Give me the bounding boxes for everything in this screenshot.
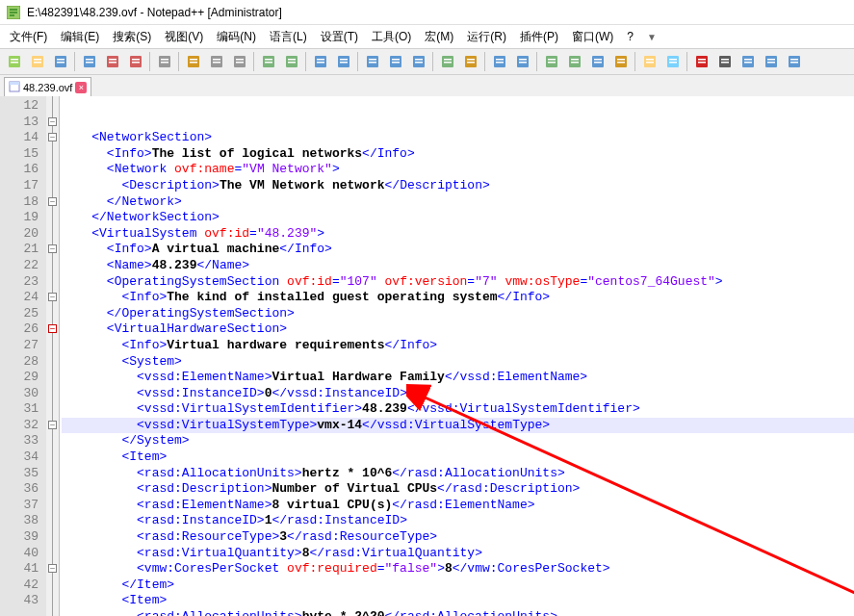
- code-line[interactable]: <Description>The VM Network network</Des…: [62, 178, 854, 194]
- menu-item[interactable]: 文件(F): [4, 27, 53, 47]
- zoomin-icon[interactable]: [362, 52, 382, 72]
- copy-icon[interactable]: [206, 52, 226, 72]
- code-line[interactable]: <vssd:VirtualSystemIdentifier>48.239</vs…: [62, 401, 854, 418]
- line-number: 17: [0, 178, 39, 194]
- fold-margin[interactable]: [46, 96, 60, 616]
- code-line[interactable]: <NetworkSection>: [62, 130, 854, 146]
- uncomment-icon[interactable]: [564, 52, 584, 72]
- menu-item[interactable]: 设置(T): [315, 27, 364, 47]
- code-line[interactable]: <rasd:Description>Number of Virtual CPUs…: [62, 481, 854, 498]
- folder-icon[interactable]: [639, 52, 660, 72]
- code-line[interactable]: </Item>: [62, 578, 854, 594]
- map-icon[interactable]: [610, 52, 631, 72]
- menu-item[interactable]: 搜索(S): [107, 27, 157, 47]
- menu-item[interactable]: 插件(P): [514, 27, 564, 47]
- fold-toggle[interactable]: [48, 421, 57, 429]
- undo-icon[interactable]: [258, 52, 278, 72]
- fold-toggle[interactable]: [48, 117, 57, 126]
- code-line[interactable]: <Info>The list of logical networks</Info…: [62, 146, 854, 163]
- functionlist-icon[interactable]: [587, 52, 608, 72]
- menu-item[interactable]: ?: [621, 28, 639, 45]
- code-line[interactable]: </NetworkSection>: [62, 210, 854, 226]
- menu-item[interactable]: 运行(R): [461, 27, 512, 47]
- code-line[interactable]: <Info>A virtual machine</Info>: [62, 242, 854, 258]
- code-line[interactable]: <rasd:InstanceID>1</rasd:InstanceID>: [62, 513, 854, 529]
- menu-item[interactable]: 视图(V): [159, 27, 209, 47]
- close-icon[interactable]: [102, 52, 122, 72]
- code-line[interactable]: <rasd:AllocationUnits>hertz * 10^6</rasd…: [62, 466, 854, 482]
- print-icon[interactable]: [154, 52, 174, 72]
- svg-rect-71: [594, 59, 602, 61]
- code-line[interactable]: <rasd:VirtualQuantity>8</rasd:VirtualQua…: [62, 546, 854, 562]
- menu-item[interactable]: 宏(M): [419, 27, 459, 47]
- svg-rect-75: [617, 62, 625, 64]
- code-line[interactable]: <OperatingSystemSection ovf:id="107" ovf…: [62, 274, 854, 291]
- line-number: 31: [0, 401, 39, 418]
- code-line[interactable]: <Info>Virtual hardware requirements</Inf…: [62, 338, 854, 354]
- showall-icon[interactable]: [460, 52, 480, 72]
- indent-icon[interactable]: [489, 52, 509, 72]
- code-line[interactable]: </Network>: [62, 194, 854, 211]
- find-icon[interactable]: [310, 52, 330, 72]
- redo-icon[interactable]: [281, 52, 301, 72]
- menu-item[interactable]: 工具(O): [366, 27, 417, 47]
- playmulti-icon[interactable]: [761, 52, 781, 72]
- new-icon[interactable]: [4, 52, 24, 72]
- zoomout-icon[interactable]: [385, 52, 405, 72]
- code-line[interactable]: <Name>48.239</Name>: [62, 258, 854, 274]
- fold-toggle[interactable]: [48, 293, 57, 301]
- record-icon[interactable]: [691, 52, 712, 72]
- wrap-icon[interactable]: [437, 52, 457, 72]
- code-line[interactable]: </OperatingSystemSection>: [62, 306, 854, 322]
- code-line[interactable]: <Info>The kind of installed guest operat…: [62, 290, 854, 306]
- fold-toggle[interactable]: [48, 197, 57, 206]
- menu-item[interactable]: 语言(L): [264, 27, 313, 47]
- code-line[interactable]: <vssd:InstanceID>0</vssd:InstanceID>: [62, 386, 854, 402]
- code-line[interactable]: <rasd:ElementName>8 virtual CPU(s)</rasd…: [62, 498, 854, 514]
- code-line[interactable]: <VirtualHardwareSection>: [62, 321, 854, 338]
- closeall-icon[interactable]: [125, 52, 145, 72]
- language-icon[interactable]: [512, 52, 532, 72]
- code-line[interactable]: <Item>: [62, 449, 854, 466]
- fold-toggle[interactable]: [48, 564, 57, 573]
- replace-icon[interactable]: [333, 52, 353, 72]
- saveall-icon[interactable]: [79, 52, 99, 72]
- code-line[interactable]: <System>: [62, 354, 854, 371]
- svg-rect-51: [415, 62, 423, 64]
- comment-icon[interactable]: [541, 52, 561, 72]
- svg-rect-9: [57, 62, 65, 64]
- code-area[interactable]: <NetworkSection> <Info>The list of logic…: [60, 96, 854, 616]
- code-line[interactable]: <rasd:ResourceType>3</rasd:ResourceType>: [62, 529, 854, 546]
- cut-icon[interactable]: [183, 52, 203, 72]
- fold-toggle[interactable]: [48, 244, 57, 253]
- line-number: 19: [0, 210, 39, 226]
- menu-item[interactable]: 窗口(W): [566, 27, 619, 47]
- code-line[interactable]: <VirtualSystem ovf:id="48.239">: [62, 226, 854, 243]
- savemacro-icon[interactable]: [784, 52, 804, 72]
- editor[interactable]: 1213141516171819202122232425262728293031…: [0, 96, 854, 616]
- code-line[interactable]: </System>: [62, 433, 854, 449]
- code-line[interactable]: <vssd:ElementName>Virtual Hardware Famil…: [62, 370, 854, 386]
- fold-toggle[interactable]: [48, 324, 57, 333]
- paste-icon[interactable]: [229, 52, 249, 72]
- code-line[interactable]: <vmw:CoresPerSocket ovf:required="false"…: [62, 561, 854, 578]
- svg-rect-72: [594, 62, 602, 64]
- menubar: 文件(F)编辑(E)搜索(S)视图(V)编码(N)语言(L)设置(T)工具(O)…: [0, 25, 854, 48]
- menu-item[interactable]: 编辑(E): [55, 27, 105, 47]
- stop-icon[interactable]: [714, 52, 735, 72]
- code-line[interactable]: <Network ovf:name="VM Network">: [62, 162, 854, 178]
- play-icon[interactable]: [738, 52, 758, 72]
- code-line[interactable]: <vssd:VirtualSystemType>vmx-14</vssd:Vir…: [62, 418, 854, 434]
- menu-overflow-icon[interactable]: ▼: [641, 30, 662, 44]
- save-icon[interactable]: [50, 52, 70, 72]
- menu-item[interactable]: 编码(N): [211, 27, 262, 47]
- open-icon[interactable]: [27, 52, 47, 72]
- file-tab[interactable]: 48.239.ovf ×: [4, 77, 91, 96]
- tab-label: 48.239.ovf: [23, 82, 72, 93]
- code-line[interactable]: <Item>: [62, 593, 854, 609]
- sync-icon[interactable]: [408, 52, 428, 72]
- monitor-icon[interactable]: [662, 52, 683, 72]
- fold-toggle[interactable]: [48, 133, 57, 141]
- code-line[interactable]: <rasd:AllocationUnits>byte * 2^20</rasd:…: [62, 609, 854, 616]
- tab-close-icon[interactable]: ×: [75, 82, 87, 93]
